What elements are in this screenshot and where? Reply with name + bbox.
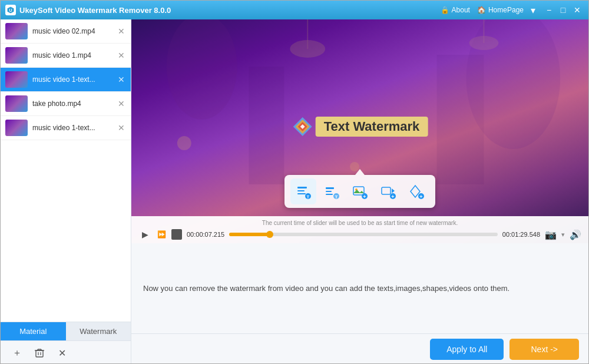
dropdown-arrow-icon[interactable]: ▾ xyxy=(531,5,535,16)
svg-rect-37 xyxy=(382,187,391,194)
about-link[interactable]: 🔒 About xyxy=(441,6,470,14)
svg-rect-29 xyxy=(326,191,332,192)
file-list-item[interactable]: music video 02.mp4✕ xyxy=(1,19,131,44)
progress-hint: The current time of slider will be used … xyxy=(138,220,581,226)
progress-track[interactable] xyxy=(229,233,498,236)
svg-point-9 xyxy=(167,19,237,120)
svg-rect-24 xyxy=(297,190,305,191)
apply-to-all-button[interactable]: Apply to All xyxy=(430,339,504,360)
file-thumbnail xyxy=(5,71,28,88)
app-icon: U xyxy=(5,5,16,15)
progress-bar-row: ▶ ⏩ 00:00:07.215 00:01:29.548 📷 ▾ 🔊 xyxy=(138,228,581,241)
file-thumbnail xyxy=(5,23,28,39)
tab-watermark[interactable]: Watermark xyxy=(66,322,131,340)
svg-text:+: + xyxy=(363,194,366,200)
add-text-button[interactable]: T xyxy=(290,178,316,204)
window-controls: − □ ✕ xyxy=(542,4,584,16)
add-video-button[interactable]: + xyxy=(375,178,401,204)
svg-point-17 xyxy=(177,136,191,150)
time-end: 00:01:29.548 xyxy=(502,231,540,238)
svg-text:+: + xyxy=(419,194,422,200)
progress-thumb[interactable] xyxy=(266,231,273,238)
add-shape-button[interactable]: + xyxy=(403,178,429,204)
progress-area: The current time of slider will be used … xyxy=(131,216,588,243)
time-start: 00:00:07.215 xyxy=(187,231,224,238)
toolbar-arrow-indicator xyxy=(355,169,365,175)
svg-rect-2 xyxy=(36,350,43,357)
file-thumbnail xyxy=(5,95,28,112)
file-name: music video 1-text... xyxy=(32,124,112,132)
play-button[interactable]: ▶ xyxy=(138,228,151,241)
file-thumbnail xyxy=(5,120,28,136)
add-styled-text-button[interactable]: T xyxy=(319,178,345,204)
maximize-button[interactable]: □ xyxy=(557,4,570,16)
watermark-diamond-icon xyxy=(292,116,313,137)
file-remove-button[interactable]: ✕ xyxy=(117,123,126,133)
next-button[interactable]: Next -> xyxy=(509,339,579,360)
svg-rect-12 xyxy=(437,55,484,184)
add-image-button[interactable]: + xyxy=(347,178,373,204)
file-remove-button[interactable]: ✕ xyxy=(117,27,126,36)
info-message: Now you can remove the watermark from vi… xyxy=(143,284,509,293)
close-button[interactable]: ✕ xyxy=(571,4,584,16)
watermark-text: Text Watermark xyxy=(316,117,428,137)
video-toolbar: T T xyxy=(284,175,435,208)
file-list: music video 02.mp4✕music video 1.mp4✕mus… xyxy=(1,19,131,322)
minimize-button[interactable]: − xyxy=(542,4,555,16)
sidebar-actions: ＋ ✕ xyxy=(1,340,131,364)
clear-files-button[interactable]: ✕ xyxy=(55,346,69,360)
footer: Apply to All Next -> xyxy=(131,333,588,364)
homepage-link[interactable]: 🏠 HomePage xyxy=(477,6,524,14)
svg-rect-33 xyxy=(353,187,364,195)
svg-rect-11 xyxy=(249,67,284,184)
file-remove-button[interactable]: ✕ xyxy=(117,51,126,60)
delete-file-button[interactable] xyxy=(32,346,47,360)
file-name: music video 1-text... xyxy=(32,75,112,84)
svg-text:+: + xyxy=(391,194,394,200)
volume-icon[interactable]: 🔊 xyxy=(570,229,581,240)
main-layout: music video 02.mp4✕music video 1.mp4✕mus… xyxy=(1,19,588,364)
svg-text:U: U xyxy=(9,8,12,12)
screenshot-dropdown[interactable]: ▾ xyxy=(561,231,565,239)
svg-marker-38 xyxy=(392,188,395,193)
file-remove-button[interactable]: ✕ xyxy=(117,75,126,84)
title-nav: 🔒 About 🏠 HomePage ▾ xyxy=(441,5,535,16)
file-list-item[interactable]: take photo.mp4✕ xyxy=(1,92,131,116)
step-forward-button[interactable]: ⏩ xyxy=(156,229,167,240)
sidebar: music video 02.mp4✕music video 1.mp4✕mus… xyxy=(1,19,131,364)
tab-row: Material Watermark xyxy=(1,322,131,340)
svg-text:T: T xyxy=(335,194,338,200)
video-preview: Text Watermark T xyxy=(131,19,588,243)
file-list-item[interactable]: music video 1-text...✕ xyxy=(1,116,131,140)
titlebar: U UkeySoft Video Watermark Remover 8.0.0… xyxy=(1,1,588,19)
file-list-item[interactable]: music video 1.mp4✕ xyxy=(1,44,131,68)
watermark-overlay[interactable]: Text Watermark xyxy=(292,116,428,137)
screenshot-icon[interactable]: 📷 xyxy=(545,229,557,240)
file-name: music video 1.mp4 xyxy=(32,51,112,59)
svg-rect-30 xyxy=(326,194,333,195)
file-list-item[interactable]: music video 1-text...✕ xyxy=(1,68,131,92)
home-icon: 🏠 xyxy=(477,6,486,14)
file-name: music video 02.mp4 xyxy=(32,27,112,35)
progress-fill xyxy=(229,233,269,236)
info-bar: Now you can remove the watermark from vi… xyxy=(131,243,588,333)
svg-rect-23 xyxy=(297,187,307,188)
add-file-button[interactable]: ＋ xyxy=(10,346,24,360)
stop-button[interactable] xyxy=(171,229,182,240)
file-thumbnail xyxy=(5,47,28,64)
svg-rect-28 xyxy=(326,187,334,189)
app-title: UkeySoft Video Watermark Remover 8.0.0 xyxy=(19,6,441,15)
file-remove-button[interactable]: ✕ xyxy=(117,99,126,108)
lock-icon: 🔒 xyxy=(441,6,449,14)
svg-text:T: T xyxy=(307,195,310,199)
tab-material[interactable]: Material xyxy=(1,322,66,340)
content-area: Text Watermark T xyxy=(131,19,588,364)
svg-rect-25 xyxy=(297,193,306,194)
file-name: take photo.mp4 xyxy=(32,100,112,108)
